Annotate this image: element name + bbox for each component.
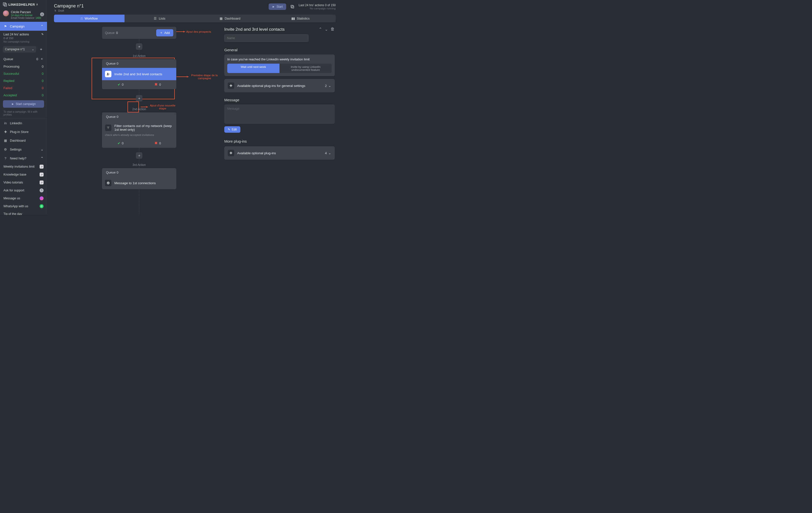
stat-successful[interactable]: Successful0 — [0, 70, 47, 77]
flag-icon: ⚑ — [3, 25, 7, 28]
svg-rect-1 — [4, 4, 7, 6]
action-label-1: 1st Action — [133, 54, 146, 58]
question-icon: ? — [39, 189, 44, 192]
top-stats: Last 24 hrs' actions 0 of 150 No campaig… — [298, 3, 336, 10]
trash-icon[interactable]: 🗑 — [330, 27, 335, 32]
chevron-down-icon[interactable]: ⌄ — [324, 27, 328, 32]
message-textarea[interactable]: Message — [224, 105, 335, 124]
nav-linkedin[interactable]: in LinkedIn — [0, 119, 47, 127]
help-video-tutorials[interactable]: Video tutorials↗ — [0, 178, 47, 187]
stat-failed[interactable]: Failed0 — [0, 84, 47, 92]
page-status: 🖱 Draft — [54, 9, 84, 12]
help-tip-of-day[interactable]: Tip of the day — [0, 210, 47, 215]
user-license: 14 days Pro license — [11, 14, 41, 17]
edit-icon[interactable]: ✎ — [41, 33, 44, 36]
chevron-up-icon[interactable]: ⌃ — [319, 27, 322, 32]
stat-queue[interactable]: Queue0 ＋ — [0, 55, 47, 63]
page-title: Campagne n°1 — [54, 3, 84, 9]
section-message: Message — [224, 98, 335, 102]
chevron-down-icon: ⌄ — [328, 84, 331, 88]
settings-panel: Invite 2nd and 3rd level contacts ⌃ ⌄ 🗑 … — [224, 27, 336, 215]
tab-statistics[interactable]: ▮▮Statistics — [265, 15, 336, 22]
duplicate-button[interactable] — [290, 4, 295, 9]
action-label-2: 2nd Action — [132, 108, 146, 111]
external-icon: ↗ — [39, 165, 44, 169]
tab-workflow[interactable]: ⎍Workflow — [54, 15, 124, 22]
workflow-tabs: ⎍Workflow ☰Lists ▦Dashboard ▮▮Statistics — [54, 15, 336, 22]
help-ask-support[interactable]: Ask for support? — [0, 187, 47, 194]
start-button-top[interactable]: ► Start — [269, 3, 286, 10]
nav-plugin-store[interactable]: ✚ Plug-in Store — [0, 127, 47, 136]
add-to-queue-button[interactable]: ＋ — [40, 57, 44, 61]
svg-rect-3 — [292, 6, 294, 8]
message-icon — [105, 180, 111, 186]
messenger-icon — [39, 196, 44, 200]
plugins-general[interactable]: ✚ Available optional plug-ins for genera… — [224, 79, 335, 92]
help-whatsapp[interactable]: WhatsApp with us✆ — [0, 202, 47, 210]
topbar: Campagne n°1 🖱 Draft ► Start Last 24 hrs… — [54, 0, 336, 15]
user-balance: Email Finder balance: 1400 — [11, 17, 41, 19]
tab-lists[interactable]: ☰Lists — [124, 15, 195, 22]
external-icon: ↗ — [39, 180, 44, 184]
action-card-1[interactable]: Queue0 Invite 2nd and 3rd level contacts… — [102, 59, 176, 89]
pencil-icon: ✎ — [228, 128, 230, 131]
nav-settings[interactable]: ⚙ Settings ⌄ — [0, 145, 47, 154]
puzzle-icon: ✚ — [228, 150, 234, 156]
puzzle-icon: ✚ — [228, 82, 234, 89]
add-step-button[interactable]: ＋ — [136, 43, 142, 50]
svg-rect-0 — [3, 3, 6, 5]
opt-wait[interactable]: Wait until next week — [227, 64, 280, 73]
sidebar: LINKEDHELPER2 Cécile Panzani 14 days Pro… — [0, 0, 47, 215]
action-card-3[interactable]: Queue0 Message to 1st connections — [102, 168, 176, 189]
chevron-up-icon: ⌃ — [40, 24, 44, 28]
nav-campaign[interactable]: ⚑ Campaign ⌃ — [0, 22, 47, 31]
help-message-us[interactable]: Message us — [0, 194, 47, 202]
plugins-more[interactable]: ✚ Available optional plug-ins 4⌄ — [224, 146, 335, 160]
user-block[interactable]: Cécile Panzani 14 days Pro license Email… — [0, 9, 47, 22]
action-name-input[interactable] — [224, 34, 309, 42]
chevron-down-icon: ⌄ — [32, 48, 34, 51]
chevron-up-icon: ⌃ — [40, 156, 44, 160]
clock-icon[interactable]: ◷ — [40, 12, 44, 16]
start-campaign-button[interactable]: ► Start campaign — [3, 100, 44, 108]
grid-icon: ▦ — [3, 139, 7, 142]
stat-processing[interactable]: Processing0 — [0, 63, 47, 70]
help-knowledge-base[interactable]: Knowledge base↗ — [0, 171, 47, 178]
help-icon: ? — [3, 156, 7, 160]
chevron-down-icon: ⌄ — [40, 147, 44, 151]
filter-icon — [105, 124, 111, 131]
section-more-plugins: More plug-ins — [224, 139, 335, 143]
campaign-select[interactable]: Campagne n°1 ⌄ — [3, 46, 36, 53]
limit-toggle: Wait until next week Invite by using Lin… — [227, 64, 332, 73]
action-label-3: 3rd Action — [133, 163, 146, 167]
add-button[interactable]: ＋Add — [156, 29, 173, 36]
tab-dashboard[interactable]: ▦Dashboard — [195, 15, 265, 22]
svg-point-4 — [107, 73, 109, 74]
add-step-button-2[interactable]: ＋ — [136, 95, 142, 102]
stat-accepted[interactable]: Accepted0 — [0, 92, 47, 99]
section-general: General — [224, 48, 335, 52]
help-weekly-limit[interactable]: Weekly invitations limit↗ — [0, 163, 47, 171]
play-icon: ► — [272, 5, 275, 8]
start-hint: To start a campaign, fill it with profil… — [0, 109, 47, 119]
gear-icon: ⚙ — [3, 148, 7, 151]
queue-card: Queue 0 ＋Add — [102, 27, 176, 39]
nav-dashboard[interactable]: ▦ Dashboard — [0, 136, 47, 145]
action-card-2[interactable]: Queue0 Filter contacts out of my network… — [102, 112, 176, 148]
opt-force[interactable]: Invite by using LinkedIn undocumented fe… — [280, 64, 332, 73]
check-icon: ✔ — [118, 83, 120, 86]
dashboard-icon: ▦ — [220, 17, 223, 20]
invite-icon — [105, 71, 111, 77]
plus-icon: ＋ — [160, 31, 163, 35]
svg-rect-2 — [291, 5, 293, 7]
add-campaign-button[interactable]: ＋ — [38, 46, 44, 52]
brand-sup: 2 — [36, 3, 38, 6]
mouse-icon: 🖱 — [54, 9, 57, 12]
campaign-status: Last 24 hrs' actions ✎ 0 of 150 No campa… — [0, 31, 47, 45]
edit-button[interactable]: ✎Edit — [224, 126, 240, 133]
nav-help[interactable]: ? Need help? ⌃ — [0, 154, 47, 163]
external-icon: ↗ — [39, 173, 44, 176]
cross-icon: ✖ — [154, 141, 158, 145]
add-step-button-3[interactable]: ＋ — [136, 152, 142, 159]
stat-replied[interactable]: Replied0 — [0, 77, 47, 84]
